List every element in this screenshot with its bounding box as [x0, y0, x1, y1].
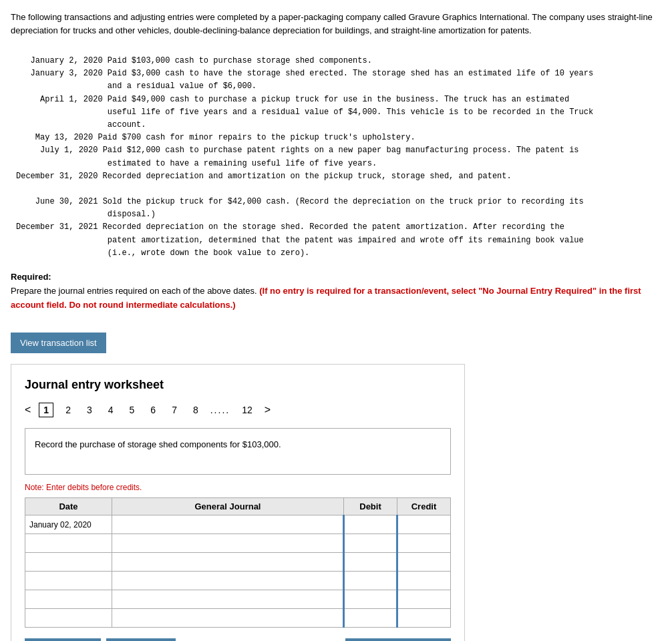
- note-text: Note: Enter debits before credits.: [25, 483, 451, 492]
- header-debit: Debit: [344, 498, 397, 515]
- debit-input-3[interactable]: [345, 553, 396, 571]
- credit-input-2[interactable]: [398, 534, 450, 552]
- page-7-button[interactable]: 7: [168, 403, 181, 417]
- header-general-journal: General Journal: [112, 498, 344, 515]
- credit-input-3[interactable]: [398, 553, 450, 571]
- required-label: Required:: [11, 272, 51, 282]
- intro-paragraph: The following transactions and adjusting…: [11, 11, 661, 37]
- page-4-button[interactable]: 4: [104, 403, 118, 417]
- page-6-button[interactable]: 6: [146, 403, 160, 417]
- journal-cell-4[interactable]: [112, 572, 344, 590]
- debit-input-6[interactable]: [345, 609, 396, 627]
- date-cell-1: January 02, 2020: [25, 515, 112, 534]
- journal-input-5[interactable]: [112, 590, 343, 608]
- debit-cell-4[interactable]: [344, 572, 397, 590]
- page-5-button[interactable]: 5: [126, 403, 139, 417]
- debit-input-2[interactable]: [345, 534, 396, 552]
- journal-input-4[interactable]: [112, 572, 343, 590]
- clear-entry-button[interactable]: Clear entry: [106, 638, 176, 641]
- header-credit: Credit: [397, 498, 451, 515]
- credit-cell-5[interactable]: [397, 590, 451, 609]
- debit-cell-6[interactable]: [344, 609, 397, 628]
- journal-cell-6[interactable]: [112, 609, 344, 628]
- worksheet-title: Journal entry worksheet: [25, 378, 451, 392]
- date-cell-6: [25, 609, 112, 628]
- journal-input-3[interactable]: [112, 553, 343, 571]
- required-section: Required: Prepare the journal entries re…: [11, 270, 661, 312]
- credit-input-1[interactable]: [398, 515, 450, 533]
- credit-cell-3[interactable]: [397, 553, 451, 572]
- credit-cell-4[interactable]: [397, 572, 451, 590]
- debit-input-5[interactable]: [345, 590, 396, 608]
- table-row: January 02, 2020: [25, 515, 451, 534]
- journal-table: Date General Journal Debit Credit Januar…: [25, 497, 451, 628]
- page-2-button[interactable]: 2: [61, 403, 75, 417]
- journal-input-1[interactable]: [112, 515, 343, 533]
- bottom-buttons: Record entry Clear entry View general jo…: [25, 638, 451, 641]
- debit-cell-5[interactable]: [344, 590, 397, 609]
- journal-input-6[interactable]: [112, 609, 343, 627]
- debit-cell-3[interactable]: [344, 553, 397, 572]
- view-general-journal-button[interactable]: View general journal: [345, 638, 451, 641]
- journal-cell-5[interactable]: [112, 590, 344, 609]
- header-date: Date: [25, 498, 112, 515]
- credit-input-6[interactable]: [398, 609, 450, 627]
- debit-input-1[interactable]: [345, 515, 396, 533]
- date-cell-3: [25, 553, 112, 572]
- date-cell-5: [25, 590, 112, 609]
- page-ellipsis: .....: [210, 405, 230, 415]
- journal-input-2[interactable]: [112, 534, 343, 552]
- transactions-list: January 2, 2020 Paid $103,000 cash to pu…: [16, 55, 661, 260]
- date-cell-2: [25, 534, 112, 553]
- debit-cell-2[interactable]: [344, 534, 397, 553]
- instruction-box: Record the purchase of storage shed comp…: [25, 428, 451, 475]
- worksheet-container: Journal entry worksheet < 1 2 3 4 5 6 7 …: [11, 364, 465, 641]
- table-row: [25, 553, 451, 572]
- table-row: [25, 609, 451, 628]
- date-cell-4: [25, 572, 112, 590]
- journal-cell-3[interactable]: [112, 553, 344, 572]
- view-transaction-button[interactable]: View transaction list: [11, 333, 106, 353]
- page-8-button[interactable]: 8: [189, 403, 202, 417]
- next-page-button[interactable]: >: [265, 404, 271, 416]
- credit-input-5[interactable]: [398, 590, 450, 608]
- table-row: [25, 590, 451, 609]
- journal-cell-2[interactable]: [112, 534, 344, 553]
- page-1-button[interactable]: 1: [39, 403, 53, 417]
- page-12-button[interactable]: 12: [238, 403, 257, 417]
- record-entry-button[interactable]: Record entry: [25, 638, 101, 641]
- credit-cell-2[interactable]: [397, 534, 451, 553]
- required-text: Prepare the journal entries required on …: [11, 286, 259, 296]
- debit-cell-1[interactable]: [344, 515, 397, 534]
- prev-page-button[interactable]: <: [25, 404, 31, 416]
- table-row: [25, 534, 451, 553]
- credit-cell-6[interactable]: [397, 609, 451, 628]
- journal-cell-1[interactable]: [112, 515, 344, 534]
- credit-cell-1[interactable]: [397, 515, 451, 534]
- debit-input-4[interactable]: [345, 572, 396, 590]
- page-3-button[interactable]: 3: [83, 403, 96, 417]
- table-row: [25, 572, 451, 590]
- credit-input-4[interactable]: [398, 572, 450, 590]
- pagination: < 1 2 3 4 5 6 7 8 ..... 12 >: [25, 403, 451, 417]
